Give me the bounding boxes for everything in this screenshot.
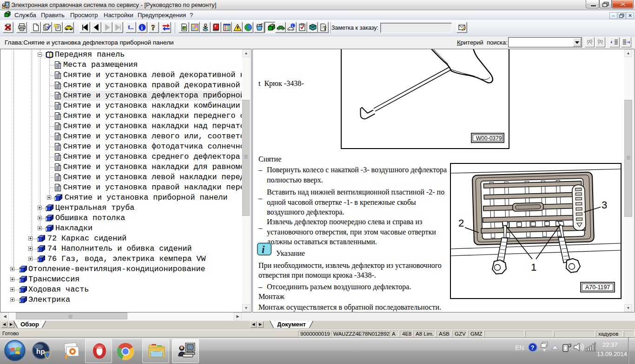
svg-text:1: 1: [531, 261, 536, 273]
svg-text:hp: hp: [36, 347, 45, 355]
svg-text:2: 2: [458, 217, 464, 229]
svg-text:i: i: [262, 244, 265, 255]
svg-text:?: ?: [324, 25, 327, 32]
svg-text:A70-1197: A70-1197: [585, 284, 610, 291]
svg-text:?: ?: [152, 24, 155, 32]
svg-text:W00-0379: W00-0379: [476, 135, 502, 142]
svg-text:?: ?: [531, 344, 535, 351]
svg-text:3: 3: [602, 199, 607, 211]
svg-text:t..: t..: [128, 23, 134, 31]
